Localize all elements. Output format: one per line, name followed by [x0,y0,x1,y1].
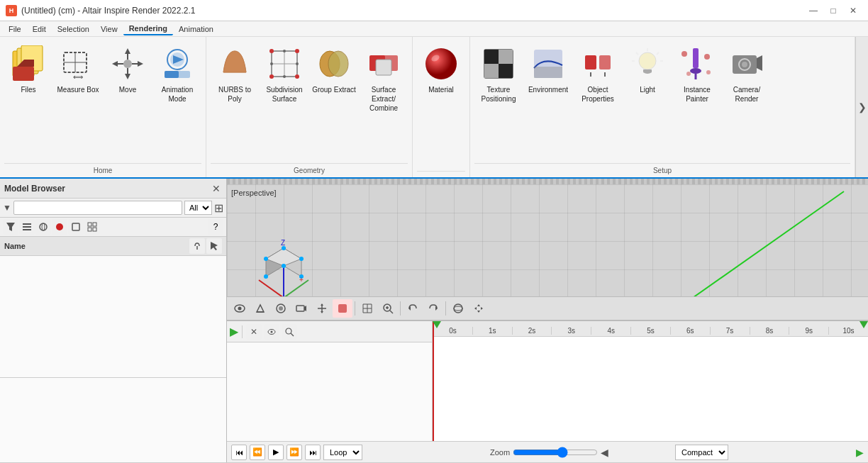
svg-point-73 [42,223,45,230]
ribbon-btn-texture-positioning[interactable]: Texture Positioning [474,43,523,135]
transport-skip-back[interactable]: ⏮ [231,445,247,460]
loop-select[interactable]: Loop [323,445,362,460]
ribbon-btn-subdivision-surface[interactable]: Subdivision Surface [260,43,308,135]
menu-animation[interactable]: Animation [173,23,219,35]
viewport-toolbar [227,296,868,320]
menu-edit[interactable]: Edit [27,23,52,35]
sidebar-cursor-button[interactable] [206,238,222,254]
ribbon-btn-group-extract[interactable]: Group Extract [310,43,358,135]
ruler-6s: 6s [670,327,710,335]
svg-marker-10 [125,48,130,54]
viewport-transform-button[interactable] [312,299,332,318]
viewport-canvas[interactable]: [Perspective] Z [227,184,868,296]
timeline-controls-row: ▶ ✕ [227,321,432,342]
sidebar-tool-sphere[interactable] [35,219,51,235]
svg-point-30 [270,62,273,65]
zoom-arrow[interactable]: ◀ [601,447,608,458]
svg-rect-78 [88,228,91,231]
viewport-perspective-button[interactable] [250,299,270,318]
ribbon-btn-object-properties[interactable]: Object Properties [574,43,622,135]
timeline-right-arrow[interactable]: ▶ [856,447,864,458]
svg-rect-75 [72,223,79,230]
sidebar-tool-filter[interactable] [3,219,18,235]
viewport-pan-button[interactable] [469,299,489,318]
ribbon-btn-light[interactable]: Light [623,43,672,135]
transport-play[interactable]: ▶ [268,445,284,460]
ribbon-btn-measure-box[interactable]: ⟺ Measure Box [54,43,102,135]
title-bar-left: H (Untitled) (cm) - Altair Inspire Rende… [6,5,195,16]
viewport-zoom-button[interactable] [378,299,398,318]
measure-box-icon: ⟺ [60,45,96,82]
maximize-button[interactable]: □ [824,4,842,18]
ribbon-btn-animation-mode[interactable]: Animation Mode [153,43,201,135]
zoom-slider[interactable] [513,447,598,458]
ribbon-btn-instance-painter[interactable]: Instance Painter [673,43,721,135]
viewport-orbit-button[interactable] [448,299,468,318]
viewport-display-button[interactable] [271,299,291,318]
svg-marker-13 [138,61,143,67]
ribbon-btn-move[interactable]: Move [104,43,152,135]
ribbon-btn-material[interactable]: Material [417,43,465,135]
ribbon-btn-camera-render[interactable]: Camera/ Render [723,43,771,135]
sidebar-tool-red-circle[interactable] [52,219,67,235]
minimize-button[interactable]: — [804,4,823,18]
menu-selection[interactable]: Selection [52,23,95,35]
timeline-content: 0s 1s 2s 3s 4s 5s 6s 7s 8s 9s 10s [433,321,868,441]
menu-view[interactable]: View [95,23,123,35]
sidebar-tool-layers[interactable] [19,219,35,235]
sidebar-col-actions [189,238,222,254]
close-button[interactable]: ✕ [844,4,862,18]
transport-step-back[interactable]: ⏪ [250,445,265,460]
sidebar-close-button[interactable]: ✕ [211,183,222,194]
ribbon-btn-nurbs-to-poly[interactable]: NURBS to Poly [211,43,259,135]
sidebar-tool-mesh[interactable] [84,219,100,235]
material-section-label [417,171,465,174]
svg-rect-70 [23,226,31,228]
ribbon-btn-surface-extract[interactable]: Surface Extract/ Combine [360,43,408,135]
viewport-rotate-button[interactable] [403,299,423,318]
ribbon-btn-environment[interactable]: Environment [524,43,572,135]
svg-point-26 [295,49,299,53]
viewport-undo-rotate-button[interactable] [423,299,443,318]
timeline-search-btn[interactable] [282,324,297,340]
ruler-7s: 7s [710,327,750,335]
svg-point-92 [282,264,286,268]
svg-point-61 [704,54,710,60]
sidebar-name-col: Name [4,242,26,250]
ribbon-scroll-right[interactable]: ❯ [855,37,868,177]
ruler-9s: 9s [789,327,828,335]
svg-point-72 [40,223,47,230]
svg-point-62 [686,72,691,76]
sidebar-filter-row: ▼ All ⊞ [0,199,226,218]
model-browser: Model Browser ✕ ▼ All ⊞ [0,179,227,462]
sidebar-filter-select[interactable]: All [184,201,212,215]
timeline-eye-btn[interactable] [264,324,279,340]
object-properties-label: Object Properties [575,85,621,104]
ribbon-btn-files[interactable]: Files [4,43,52,135]
svg-point-74 [56,223,63,230]
viewport-grid-button[interactable] [357,299,377,318]
sidebar-filter-input[interactable] [13,201,182,215]
svg-marker-11 [125,74,130,79]
sidebar-expand-icon[interactable]: ⊞ [214,201,223,215]
menu-rendering[interactable]: Rendering [123,23,173,35]
sidebar-preview [0,377,226,462]
timeline-close-btn[interactable]: ✕ [246,324,262,340]
animation-mode-icon [159,45,196,82]
svg-rect-37 [376,60,391,75]
timeline-end-marker [859,321,868,328]
viewport-camera-button[interactable] [291,299,311,318]
svg-rect-3 [13,67,34,81]
sidebar-tool-box[interactable] [68,219,84,235]
viewport-highlight-button[interactable] [333,299,352,318]
compact-select[interactable]: Compact [675,445,728,460]
surface-extract-icon [365,45,402,82]
sidebar-tool-help[interactable]: ? [208,219,223,235]
sidebar-link-button[interactable] [189,238,205,254]
viewport-eye-button[interactable] [230,299,250,318]
transport-skip-forward[interactable]: ⏭ [305,445,321,460]
transport-step-forward[interactable]: ⏩ [286,445,302,460]
svg-line-85 [284,280,308,296]
menu-file[interactable]: File [3,23,27,35]
material-icon [423,45,460,82]
